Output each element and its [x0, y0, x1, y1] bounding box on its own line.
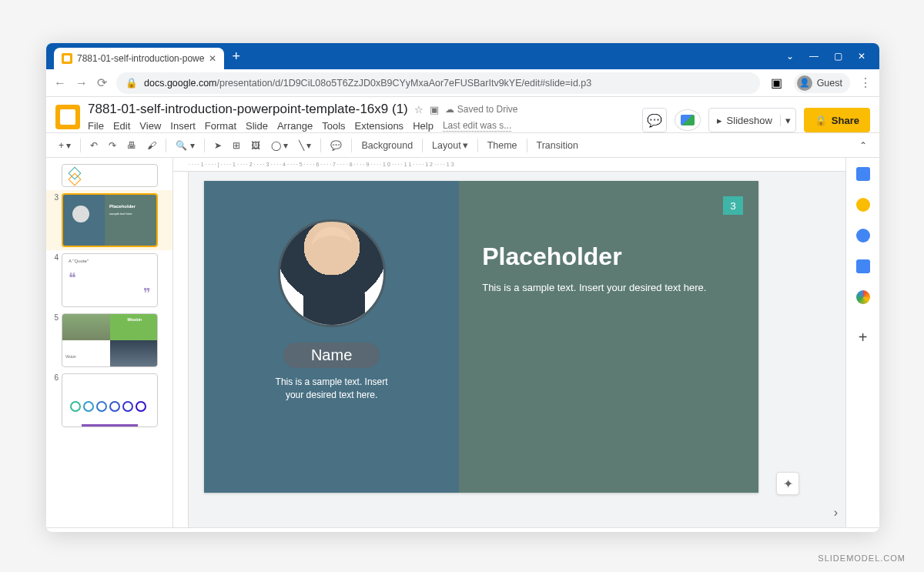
zoom-button[interactable]: 🔍 ▾	[171, 137, 199, 154]
side-panel: +	[845, 158, 879, 527]
layout-button[interactable]: Layout ▾	[427, 136, 473, 154]
explore-button[interactable]: ✦	[776, 472, 799, 495]
url-path: /presentation/d/1D9CiL08o5T6ZzJD0xB9CYyM…	[217, 78, 592, 89]
menu-tools[interactable]: Tools	[322, 120, 345, 132]
close-window-icon[interactable]: ✕	[858, 51, 865, 62]
tasks-icon[interactable]	[856, 229, 870, 243]
star-icon[interactable]: ☆	[414, 104, 424, 115]
profile-photo[interactable]	[278, 219, 386, 327]
slide-canvas[interactable]: Name This is a sample text. Insert your …	[204, 181, 758, 493]
background-button[interactable]: Background	[357, 137, 417, 154]
menu-arrange[interactable]: Arrange	[277, 120, 313, 132]
avatar-icon: 👤	[797, 75, 812, 91]
guest-label: Guest	[817, 78, 842, 89]
thumbnail-6[interactable]: 6	[46, 370, 172, 430]
thumbnail-2-partial[interactable]	[46, 161, 172, 190]
browser-tab[interactable]: 7881-01-self-introduction-powe ✕	[54, 48, 224, 69]
slide-number: 3	[723, 196, 743, 215]
saved-status[interactable]: ☁ Saved to Drive	[445, 104, 518, 115]
tab-title: 7881-01-self-introduction-powe	[77, 53, 204, 64]
redo-button[interactable]: ↷	[104, 137, 121, 154]
select-tool[interactable]: ➤	[209, 137, 226, 154]
transition-button[interactable]: Transition	[532, 137, 583, 154]
profile-badge[interactable]: 👤 Guest	[794, 73, 850, 93]
undo-button[interactable]: ↶	[85, 137, 102, 154]
lock-icon: 🔒	[126, 77, 138, 89]
move-icon[interactable]: ▣	[430, 104, 439, 115]
collapse-panel-icon[interactable]: ‹	[859, 530, 869, 533]
comment-tool[interactable]: 💬	[326, 137, 346, 154]
textbox-tool[interactable]: ⊞	[228, 137, 245, 154]
forward-icon[interactable]: →	[75, 76, 88, 90]
calendar-icon[interactable]	[856, 167, 870, 181]
slide-body[interactable]: This is a sample text. Insert your desir…	[482, 282, 735, 293]
ruler-horizontal: ····1····|····1····2····3····4····5····6…	[173, 158, 845, 172]
url-host: docs.google.com	[144, 78, 217, 89]
slide-title[interactable]: Placeholder	[482, 243, 735, 271]
menu-view[interactable]: View	[139, 120, 161, 132]
name-label[interactable]: Name	[283, 343, 380, 368]
browser-window: 7881-01-self-introduction-powe ✕ + ⌄ — ▢…	[46, 43, 879, 532]
menu-insert[interactable]: Insert	[170, 120, 196, 132]
titlebar: 7881-01-self-introduction-powe ✕ + ⌄ — ▢…	[46, 43, 879, 69]
workspace: 3 Placeholder sample text here 4 A "Quot…	[46, 158, 879, 527]
slides-logo[interactable]	[55, 105, 80, 129]
next-icon[interactable]: ›	[831, 503, 841, 523]
watermark: SLIDEMODEL.COM	[818, 554, 906, 563]
collapse-toolbar-icon[interactable]: ⌃	[855, 137, 872, 154]
contacts-icon[interactable]	[856, 259, 870, 273]
minimize-icon[interactable]: —	[809, 51, 819, 62]
menu-help[interactable]: Help	[413, 120, 434, 132]
menu-extensions[interactable]: Extensions	[355, 120, 404, 132]
menu-file[interactable]: File	[88, 120, 104, 132]
ruler-vertical	[173, 172, 189, 527]
url-field[interactable]: 🔒 docs.google.com/presentation/d/1D9CiL0…	[116, 72, 760, 94]
maximize-icon[interactable]: ▢	[834, 51, 842, 62]
keep-icon[interactable]	[856, 198, 870, 212]
slideshow-button[interactable]: ▸Slideshow ▾	[708, 108, 796, 132]
slide-left-panel: Name This is a sample text. Insert your …	[204, 181, 459, 493]
thumbnail-5[interactable]: 5 Vision Mission	[46, 310, 172, 370]
theme-button[interactable]: Theme	[483, 137, 522, 154]
new-slide-button[interactable]: + ▾	[54, 137, 75, 154]
line-tool[interactable]: ╲ ▾	[294, 137, 316, 154]
thumbnail-4[interactable]: 4 A "Quote" ❝ ❞	[46, 250, 172, 310]
chevron-down-icon[interactable]: ⌄	[786, 51, 794, 62]
menu-bar: File Edit View Insert Format Slide Arran…	[88, 120, 634, 132]
lock-icon: 🔒	[815, 115, 827, 126]
reload-icon[interactable]: ⟳	[97, 75, 107, 90]
print-button[interactable]: 🖶	[122, 137, 141, 154]
comments-button[interactable]: 💬	[642, 108, 667, 132]
play-icon: ▸	[717, 115, 722, 126]
close-tab-icon[interactable]: ✕	[209, 53, 216, 64]
menu-format[interactable]: Format	[205, 120, 236, 132]
menu-edit[interactable]: Edit	[113, 120, 130, 132]
slide-panel[interactable]: 3 Placeholder sample text here 4 A "Quot…	[46, 158, 173, 527]
slides-favicon	[62, 53, 72, 64]
meet-button[interactable]	[675, 109, 701, 131]
menu-slide[interactable]: Slide	[246, 120, 268, 132]
thumbnail-3[interactable]: 3 Placeholder sample text here	[46, 190, 172, 250]
image-tool[interactable]: 🖼	[246, 137, 265, 154]
new-tab-button[interactable]: +	[232, 49, 240, 65]
cloud-icon: ☁	[445, 104, 454, 115]
share-button[interactable]: 🔒 Share	[804, 108, 870, 132]
name-subtext[interactable]: This is a sample text. Insert your desir…	[270, 376, 393, 402]
slide-right-panel: 3 Placeholder This is a sample text. Ins…	[459, 181, 758, 493]
extension-icon[interactable]: ▣	[769, 75, 785, 91]
toolbar: + ▾ ↶ ↷ 🖶 🖌 🔍 ▾ ➤ ⊞ 🖼 ◯ ▾ ╲ ▾ 💬 Backgrou…	[46, 132, 879, 158]
paint-format-button[interactable]: 🖌	[142, 137, 161, 154]
browser-menu-icon[interactable]: ⋮	[859, 75, 872, 90]
app-header: 7881-01-self-introduction-powerpoint-tem…	[46, 97, 879, 132]
shape-tool[interactable]: ◯ ▾	[266, 137, 293, 154]
slideshow-dropdown[interactable]: ▾	[780, 115, 795, 126]
back-icon[interactable]: ←	[54, 76, 66, 90]
maps-icon[interactable]	[856, 290, 870, 304]
document-title[interactable]: 7881-01-self-introduction-powerpoint-tem…	[88, 102, 408, 117]
window-controls: ⌄ — ▢ ✕	[786, 51, 876, 62]
add-addon-icon[interactable]: +	[859, 329, 868, 346]
address-bar: ← → ⟳ 🔒 docs.google.com/presentation/d/1…	[46, 69, 879, 97]
bottom-bar: ▮▮ ▦ ‹	[46, 527, 879, 532]
last-edit[interactable]: Last edit was s...	[443, 120, 511, 132]
canvas-area: ····1····|····1····2····3····4····5····6…	[173, 158, 845, 527]
